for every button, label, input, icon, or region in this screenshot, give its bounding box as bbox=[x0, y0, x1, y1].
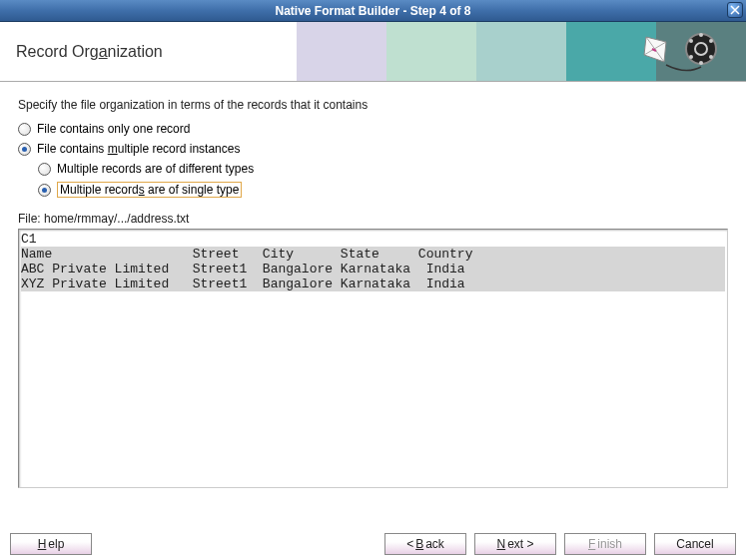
back-button[interactable]: < Back bbox=[384, 533, 466, 555]
instruction-text: Specify the file organization in terms o… bbox=[18, 98, 728, 112]
svg-point-6 bbox=[699, 33, 703, 37]
opt-single-pre: Multiple record bbox=[60, 183, 139, 197]
footer: Help < Back Next > Finish Cancel bbox=[0, 529, 746, 559]
svg-point-7 bbox=[699, 61, 703, 65]
svg-point-2 bbox=[689, 39, 693, 43]
close-icon bbox=[730, 5, 740, 15]
preview-row: ABC Private Limited Street1 Bangalore Ka… bbox=[21, 262, 725, 277]
option-single-type[interactable]: Multiple records are of single type bbox=[38, 182, 728, 198]
next-button[interactable]: Next > bbox=[474, 533, 556, 555]
option-multiple-records[interactable]: File contains multiple record instances bbox=[18, 142, 728, 156]
svg-point-0 bbox=[686, 34, 716, 64]
next-u: N bbox=[496, 537, 505, 551]
option-different-types[interactable]: Multiple records are of different types bbox=[38, 162, 728, 176]
option-different-types-label: Multiple records are of different types bbox=[57, 162, 254, 176]
nav-buttons: < Back Next > Finish Cancel bbox=[384, 533, 736, 555]
window-title: Native Format Builder - Step 4 of 8 bbox=[275, 4, 470, 18]
finish-button: Finish bbox=[564, 533, 646, 555]
close-button[interactable] bbox=[727, 2, 743, 18]
back-u: B bbox=[415, 537, 423, 551]
opt-multi-post: ultiple record instances bbox=[118, 142, 241, 156]
option-multiple-records-label: File contains multiple record instances bbox=[37, 142, 240, 156]
file-path-label: File: home/rmmay/.../address.txt bbox=[18, 212, 728, 226]
kite-reel-icon bbox=[636, 27, 726, 77]
title-bar: Native Format Builder - Step 4 of 8 bbox=[0, 0, 746, 22]
help-post: elp bbox=[48, 537, 64, 551]
banner-graphic bbox=[297, 22, 746, 81]
svg-point-4 bbox=[689, 55, 693, 59]
option-single-type-label: Multiple records are of single type bbox=[57, 182, 242, 198]
finish-u: F bbox=[588, 537, 595, 551]
option-one-record[interactable]: File contains only one record bbox=[18, 122, 728, 136]
radio-icon bbox=[18, 143, 31, 156]
opt-single-post: are of single type bbox=[145, 183, 240, 197]
opt-multi-u: m bbox=[108, 142, 118, 156]
svg-point-5 bbox=[709, 55, 713, 59]
help-u: H bbox=[38, 537, 47, 551]
page-title-underline: a bbox=[99, 43, 108, 60]
preview-grid: C1Name Street City State CountryABC Priv… bbox=[21, 232, 725, 291]
page-title: Record Organization bbox=[16, 43, 163, 61]
radio-icon bbox=[18, 123, 31, 136]
preview-row: XYZ Private Limited Street1 Bangalore Ka… bbox=[21, 277, 725, 291]
option-one-record-label: File contains only one record bbox=[37, 122, 190, 136]
radio-icon bbox=[38, 163, 51, 176]
radio-icon bbox=[38, 184, 51, 197]
preview-header-cell: C1 bbox=[21, 232, 725, 247]
banner: Record Organization bbox=[0, 22, 746, 82]
back-pre: < bbox=[406, 537, 413, 551]
preview-header-row: Name Street City State Country bbox=[21, 247, 725, 262]
page-title-pre: Record Org bbox=[16, 43, 99, 60]
next-post: ext > bbox=[507, 537, 533, 551]
cancel-button[interactable]: Cancel bbox=[654, 533, 736, 555]
cancel-label: Cancel bbox=[676, 537, 713, 551]
help-button[interactable]: Help bbox=[10, 533, 92, 555]
svg-point-3 bbox=[709, 39, 713, 43]
file-preview: C1Name Street City State CountryABC Priv… bbox=[18, 229, 728, 488]
content-area: Specify the file organization in terms o… bbox=[0, 82, 746, 529]
page-title-post: nization bbox=[108, 43, 163, 60]
finish-post: inish bbox=[597, 537, 622, 551]
opt-multi-pre: File contains bbox=[37, 142, 108, 156]
back-post: ack bbox=[425, 537, 444, 551]
